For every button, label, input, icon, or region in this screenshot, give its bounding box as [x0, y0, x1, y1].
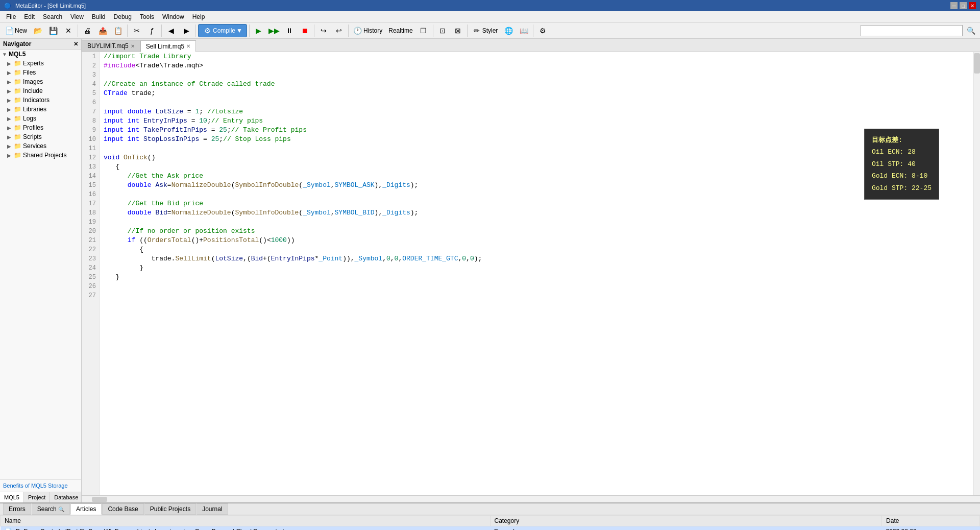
code-line-23: trade.SellLimit(LotSize,(Bid+(EntryInPip…	[104, 254, 976, 263]
tab-buylimit[interactable]: BUYLIMIT.mq5 ✕	[82, 40, 140, 52]
separator-9	[467, 25, 468, 37]
run2-button[interactable]: ▶▶	[267, 24, 281, 37]
pause-button[interactable]: ⏸	[282, 24, 297, 37]
minimize-button[interactable]: ─	[950, 2, 958, 9]
images-expand: ▶	[7, 79, 12, 85]
step-button[interactable]: ↪	[316, 24, 331, 37]
files-label: Files	[23, 69, 36, 76]
back-button[interactable]: ◀	[164, 24, 178, 37]
menu-search[interactable]: Search	[39, 12, 66, 21]
nav-item-libraries[interactable]: ▶ 📁 Libraries	[0, 105, 81, 114]
bottom-tab-errors[interactable]: Errors	[3, 503, 31, 515]
mql5-button[interactable]: 🌐	[501, 24, 516, 37]
formula-button[interactable]: ƒ	[145, 24, 159, 37]
tab-buylimit-close[interactable]: ✕	[131, 43, 135, 49]
maximize-button[interactable]: □	[960, 2, 967, 9]
menu-window[interactable]: Window	[158, 12, 188, 21]
mql5-storage-link[interactable]: Benefits of MQL5 Storage	[0, 479, 81, 492]
nav-item-indicators[interactable]: ▶ 📁 Indicators	[0, 95, 81, 105]
search-go-button[interactable]: 🔍	[964, 24, 978, 37]
menu-edit[interactable]: Edit	[20, 12, 39, 21]
bottom-panel: Errors Search 🔍 Articles Code Base Publi…	[0, 502, 980, 530]
tooltip-popup: 目标点差: Oil ECN: 28 Oil STP: 40 Gold ECN: …	[864, 129, 939, 200]
realtime-button[interactable]: Realtime	[386, 24, 415, 37]
nav-item-experts[interactable]: ▶ 📁 Experts	[0, 59, 81, 68]
docs-icon: 📖	[519, 26, 528, 35]
nav-item-include[interactable]: ▶ 📁 Include	[0, 86, 81, 95]
styler-button[interactable]: ✏ Styler	[470, 24, 501, 37]
hscroll-thumb[interactable]	[92, 497, 107, 502]
print-button[interactable]: 🖨	[80, 24, 94, 37]
separator-1	[78, 25, 78, 37]
run-button[interactable]: ▶	[252, 24, 266, 37]
settings-button[interactable]: ⚙	[535, 24, 550, 37]
horizontal-scrollbar[interactable]	[82, 495, 980, 502]
code-line-8: input int EntryInPips = 10;// Entry pips	[104, 116, 976, 126]
settings-icon: ⚙	[538, 26, 547, 35]
nav-item-scripts[interactable]: ▶ 📁 Scripts	[0, 132, 81, 141]
code-line-4: //Create an instance of Ctrade called tr…	[104, 80, 976, 89]
separator-8	[433, 25, 433, 37]
code-line-13: {	[104, 162, 976, 172]
compile-button[interactable]: ⚙ Compile ▼	[198, 24, 247, 37]
save-button[interactable]: 💾	[46, 24, 60, 37]
table-row[interactable]: 📄 DoEasy. Controls (Part 8): Base WinFor…	[1, 526, 980, 531]
stop-button[interactable]: ⏹	[298, 24, 312, 37]
menu-tools[interactable]: Tools	[136, 12, 158, 21]
code-line-1: //import Trade Library	[104, 52, 976, 61]
template-button[interactable]: 📋	[111, 24, 125, 37]
bottom-tab-journal[interactable]: Journal	[197, 503, 228, 515]
breakpoints-button[interactable]: ⊡	[435, 24, 450, 37]
menu-build[interactable]: Build	[88, 12, 110, 21]
menu-view[interactable]: View	[66, 12, 88, 21]
scripts-label: Scripts	[23, 133, 42, 140]
tab-selllimit[interactable]: Sell Limit.mq5 ✕	[140, 40, 196, 52]
folder-icon-indicators: 📁	[14, 97, 21, 104]
open-icon: 📂	[33, 26, 42, 35]
tab-selllimit-close[interactable]: ✕	[186, 43, 190, 49]
code-line-7: input double LotSize = 1; //Lotsize	[104, 107, 976, 116]
navigator-bottom-tabs: MQL5 Project Database	[0, 492, 81, 502]
open-button[interactable]: 📂	[31, 24, 45, 37]
nav-item-files[interactable]: ▶ 📁 Files	[0, 68, 81, 77]
compile-dropdown-icon: ▼	[236, 27, 242, 34]
tooltip-line-0: Oil ECN: 28	[872, 146, 932, 158]
navigator-close-button[interactable]: ✕	[74, 41, 78, 47]
new-button[interactable]: 📄 New	[2, 24, 30, 37]
menu-help[interactable]: Help	[188, 12, 209, 21]
bottom-tab-articles[interactable]: Articles	[70, 503, 102, 515]
publish-button[interactable]: 📤	[95, 24, 110, 37]
nav-tab-mql5[interactable]: MQL5	[0, 492, 24, 502]
history-icon: 🕐	[353, 26, 362, 35]
code-editor[interactable]: 1234567891011121314151617181920212223242…	[82, 52, 980, 495]
bottom-tab-public-projects[interactable]: Public Projects	[144, 503, 196, 515]
nav-tab-database[interactable]: Database	[50, 492, 82, 502]
vscroll-thumb[interactable]	[974, 53, 980, 74]
nav-mql5-root[interactable]: ▼ MQL5	[0, 50, 81, 59]
close-file-button[interactable]: ✕	[61, 24, 76, 37]
nav-item-logs[interactable]: ▶ 📁 Logs	[0, 114, 81, 123]
line-numbers: 1234567891011121314151617181920212223242…	[82, 52, 100, 495]
cut-button[interactable]: ✂	[130, 24, 144, 37]
nav-item-images[interactable]: ▶ 📁 Images	[0, 77, 81, 86]
close-button[interactable]: ✕	[969, 2, 976, 9]
bottom-tab-codebase[interactable]: Code Base	[102, 503, 143, 515]
docs-button[interactable]: 📖	[517, 24, 531, 37]
code-content[interactable]: //import Trade Library#include<Trade\Tra…	[100, 52, 980, 495]
step2-button[interactable]: ↩	[332, 24, 346, 37]
nav-item-profiles[interactable]: ▶ 📁 Profiles	[0, 123, 81, 132]
vertical-scrollbar[interactable]	[973, 52, 980, 495]
code-line-17: //Get the Bid price	[104, 199, 976, 208]
menu-file[interactable]: File	[2, 12, 20, 21]
history-button[interactable]: 🕐 History	[351, 24, 385, 37]
forward-button[interactable]: ▶	[179, 24, 193, 37]
watch-button[interactable]: ⊠	[451, 24, 465, 37]
bottom-tab-search[interactable]: Search 🔍	[32, 503, 70, 515]
nav-item-shared-projects[interactable]: ▶ 📁 Shared Projects	[0, 151, 81, 160]
menu-debug[interactable]: Debug	[110, 12, 136, 21]
search-input[interactable]	[861, 25, 963, 36]
realtime-check[interactable]: ☐	[416, 24, 431, 37]
nav-item-services[interactable]: ▶ 📁 Services	[0, 141, 81, 151]
folder-icon-include: 📁	[14, 87, 21, 94]
nav-tab-project[interactable]: Project	[24, 492, 50, 502]
